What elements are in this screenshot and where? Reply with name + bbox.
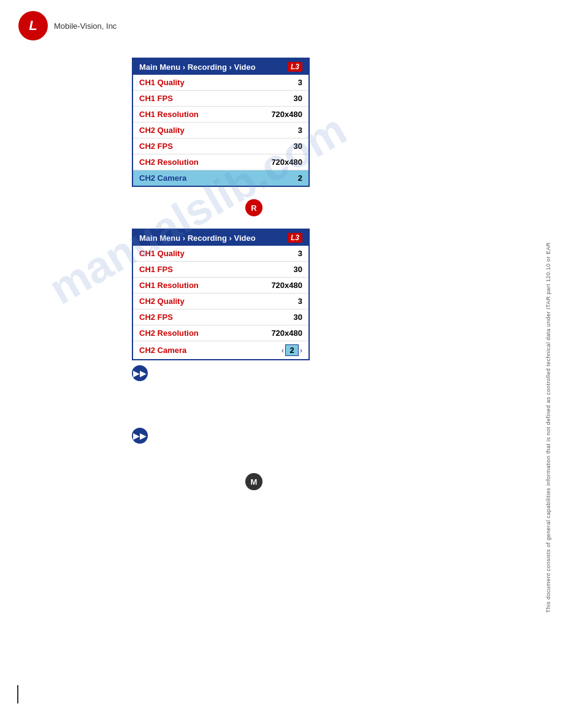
- label-ch1-resolution-1: CH1 Resolution: [139, 110, 199, 119]
- label-ch2-resolution-1: CH2 Resolution: [139, 157, 199, 167]
- menu-panel-1: Main Menu › Recording › Video L3 CH1 Qua…: [132, 58, 310, 187]
- label-ch1-quality-2: CH1 Quality: [139, 249, 185, 258]
- menu-header-1: Main Menu › Recording › Video L3: [133, 59, 308, 75]
- value-ch1-quality-1: 3: [298, 78, 302, 87]
- row-ch1-quality-2: CH1 Quality 3: [133, 246, 308, 262]
- forward-arrow-icon-2: ▶▶: [132, 428, 148, 444]
- label-ch1-fps-2: CH1 FPS: [139, 265, 173, 274]
- row-ch1-resolution-2: CH1 Resolution 720x480: [133, 278, 308, 294]
- arrow-icon-2-symbol: ▶▶: [133, 431, 147, 441]
- label-ch1-fps-1: CH1 FPS: [139, 94, 173, 103]
- row-ch1-fps-2: CH1 FPS 30: [133, 262, 308, 278]
- row-ch2-fps-2: CH2 FPS 30: [133, 309, 308, 325]
- label-ch2-camera-2: CH2 Camera: [139, 346, 186, 355]
- label-ch2-fps-1: CH2 FPS: [139, 142, 173, 151]
- spinner-ch2-camera[interactable]: ‹ 2 ›: [282, 344, 302, 356]
- value-ch2-fps-1: 30: [294, 142, 302, 151]
- r-icon: R: [245, 199, 262, 216]
- value-ch1-fps-1: 30: [294, 94, 302, 103]
- value-ch1-fps-2: 30: [294, 265, 302, 274]
- row-ch2-camera-1: CH2 Camera 2: [133, 170, 308, 186]
- label-ch2-fps-2: CH2 FPS: [139, 313, 173, 322]
- row-ch2-resolution-1: CH2 Resolution 720x480: [133, 154, 308, 170]
- row-ch2-camera-2: CH2 Camera ‹ 2 ›: [133, 341, 308, 359]
- value-ch2-fps-2: 30: [294, 313, 302, 322]
- row-ch1-resolution-1: CH1 Resolution 720x480: [133, 107, 308, 123]
- main-content: Main Menu › Recording › Video L3 CH1 Qua…: [0, 51, 563, 521]
- row-ch2-quality-2: CH2 Quality 3: [133, 294, 308, 309]
- value-ch1-resolution-1: 720x480: [271, 110, 302, 119]
- forward-arrow-row-1: ▶▶: [132, 365, 148, 381]
- l3-badge-1: L3: [288, 62, 302, 72]
- sidebar-text: This document consists of general capabi…: [545, 61, 557, 613]
- spinner-left-arrow[interactable]: ‹: [282, 346, 284, 355]
- row-ch1-quality-1: CH1 Quality 3: [133, 75, 308, 91]
- row-ch2-quality-1: CH2 Quality 3: [133, 123, 308, 138]
- value-ch2-quality-1: 3: [298, 126, 302, 135]
- m-icon-row: M: [132, 466, 262, 498]
- m-icon: M: [245, 473, 262, 490]
- r-icon-row: R: [132, 192, 262, 224]
- row-ch2-fps-1: CH2 FPS 30: [133, 138, 308, 154]
- arrow-icon-1-symbol: ▶▶: [133, 368, 147, 378]
- value-ch1-quality-2: 3: [298, 249, 302, 258]
- page-line: [17, 685, 18, 703]
- label-ch2-quality-2: CH2 Quality: [139, 297, 185, 306]
- value-ch2-quality-2: 3: [298, 297, 302, 306]
- label-ch1-quality-1: CH1 Quality: [139, 78, 185, 87]
- row-ch1-fps-1: CH1 FPS 30: [133, 91, 308, 107]
- breadcrumb-1: Main Menu › Recording › Video: [139, 63, 256, 72]
- header: L Mobile-Vision, Inc: [0, 0, 563, 51]
- label-ch2-quality-1: CH2 Quality: [139, 126, 185, 135]
- row-ch2-resolution-2: CH2 Resolution 720x480: [133, 325, 308, 341]
- label-ch1-resolution-2: CH1 Resolution: [139, 281, 199, 290]
- spinner-right-arrow[interactable]: ›: [300, 346, 302, 355]
- value-ch2-camera-1: 2: [298, 173, 302, 183]
- forward-arrow-row-2: ▶▶: [132, 428, 148, 444]
- value-ch1-resolution-2: 720x480: [271, 281, 302, 290]
- company-name: Mobile-Vision, Inc: [54, 21, 117, 31]
- l3-badge-2: L3: [288, 233, 302, 243]
- label-ch2-resolution-2: CH2 Resolution: [139, 328, 199, 338]
- forward-arrow-icon-1: ▶▶: [132, 365, 148, 381]
- breadcrumb-2: Main Menu › Recording › Video: [139, 233, 256, 243]
- menu-panel-2: Main Menu › Recording › Video L3 CH1 Qua…: [132, 229, 310, 360]
- spinner-value-display: 2: [285, 344, 299, 356]
- value-ch2-resolution-2: 720x480: [271, 328, 302, 338]
- menu-header-2: Main Menu › Recording › Video L3: [133, 230, 308, 246]
- logo-icon: L: [18, 11, 48, 40]
- label-ch2-camera-1: CH2 Camera: [139, 173, 186, 183]
- value-ch2-resolution-1: 720x480: [271, 157, 302, 167]
